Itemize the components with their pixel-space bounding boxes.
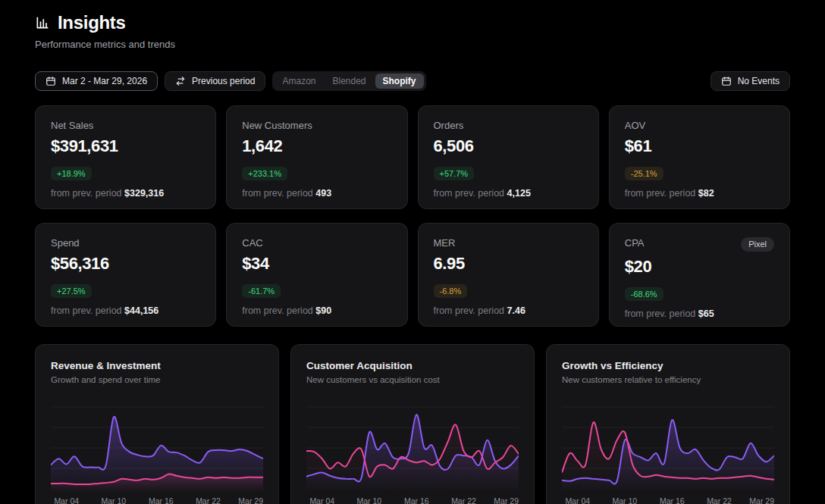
x-axis-label: Mar 10 <box>613 496 638 504</box>
chart-subtitle: New customers relative to efficiency <box>562 375 774 384</box>
change-badge: -25.1% <box>625 167 663 180</box>
metrics-grid: Net Sales $391,631 +18.9% from prev. per… <box>35 105 790 327</box>
segment-amazon[interactable]: Amazon <box>274 74 323 89</box>
channel-segmented-control: Amazon Blended Shopify <box>272 71 425 91</box>
change-badge: +233.1% <box>242 167 287 180</box>
chart-title: Revenue & Investment <box>51 360 263 371</box>
metric-value: $20 <box>625 257 774 277</box>
metric-label: Orders <box>434 120 464 131</box>
prev-value: 7.46 <box>507 305 525 316</box>
x-axis-label: Mar 22 <box>707 496 732 504</box>
segment-shopify[interactable]: Shopify <box>375 74 424 89</box>
change-badge: +18.9% <box>51 167 92 180</box>
metric-prev: from prev. period 7.46 <box>434 305 583 316</box>
change-badge: +57.7% <box>434 167 475 180</box>
no-events-button[interactable]: No Events <box>711 71 790 91</box>
chart-subtitle: New customers vs acquisition cost <box>306 375 519 384</box>
x-axis: Mar 04Mar 10Mar 16Mar 22Mar 29 <box>562 496 774 504</box>
chart-card-customer-acquisition: Customer Acquisition New customers vs ac… <box>290 344 535 504</box>
metric-value: $61 <box>625 136 774 156</box>
chart-title: Customer Acquisition <box>306 360 519 371</box>
x-axis-label: Mar 10 <box>102 496 127 504</box>
pixel-tag: Pixel <box>741 237 774 252</box>
prev-value: $82 <box>698 188 714 199</box>
page-subtitle: Performance metrics and trends <box>35 39 790 50</box>
prev-value: 4,125 <box>507 188 531 199</box>
metric-prev: from prev. period $44,156 <box>51 305 200 316</box>
page-header: Insights <box>35 12 790 33</box>
metric-card-aov: AOV $61 -25.1% from prev. period $82 <box>609 105 790 209</box>
chart-title: Growth vs Efficiency <box>562 360 774 371</box>
previous-period-button[interactable]: Previous period <box>165 71 265 91</box>
x-axis: Mar 04Mar 10Mar 16Mar 22Mar 29 <box>306 496 519 504</box>
metric-value: $34 <box>242 254 391 274</box>
metric-prev: from prev. period $65 <box>625 308 774 319</box>
x-axis-label: Mar 16 <box>404 496 429 504</box>
metric-prev: from prev. period $90 <box>242 305 391 316</box>
no-events-label: No Events <box>738 76 780 86</box>
metric-value: 1,642 <box>242 136 391 156</box>
x-axis: Mar 04Mar 10Mar 16Mar 22Mar 29 <box>51 496 263 504</box>
x-axis-label: Mar 29 <box>494 496 519 504</box>
segment-blended[interactable]: Blended <box>325 74 373 89</box>
x-axis-label: Mar 04 <box>565 496 590 504</box>
x-axis-label: Mar 04 <box>54 496 79 504</box>
x-axis-label: Mar 04 <box>309 496 334 504</box>
x-axis-label: Mar 29 <box>238 496 263 504</box>
chart-canvas <box>306 402 519 492</box>
metric-card-cac: CAC $34 -61.7% from prev. period $90 <box>226 223 407 327</box>
metric-label: CPA <box>625 237 645 249</box>
toolbar: Mar 2 - Mar 29, 2026 Previous period Ama… <box>35 71 790 91</box>
date-range-button[interactable]: Mar 2 - Mar 29, 2026 <box>35 71 158 91</box>
change-badge: +27.5% <box>51 284 92 298</box>
swap-arrows-icon <box>175 76 186 86</box>
metric-value: $56,316 <box>51 254 200 274</box>
metric-card-orders: Orders 6,506 +57.7% from prev. period 4,… <box>418 105 599 209</box>
metric-label: AOV <box>625 120 645 131</box>
metric-value: $391,631 <box>51 136 200 156</box>
metric-prev: from prev. period 493 <box>242 188 391 199</box>
metric-card-net-sales: Net Sales $391,631 +18.9% from prev. per… <box>35 105 216 209</box>
chart-canvas <box>51 402 263 492</box>
metric-prev: from prev. period 4,125 <box>434 188 583 199</box>
metric-card-mer: MER 6.95 -6.8% from prev. period 7.46 <box>418 223 599 327</box>
x-axis-label: Mar 16 <box>660 496 685 504</box>
chart-svg <box>562 402 774 492</box>
metric-prev: from prev. period $82 <box>625 188 774 199</box>
calendar-icon <box>45 76 56 86</box>
metric-label: CAC <box>242 237 262 249</box>
chart-card-growth-efficiency: Growth vs Efficiency New customers relat… <box>546 344 790 504</box>
prev-value: $65 <box>698 308 714 319</box>
prev-value: $90 <box>315 305 331 316</box>
chart-svg <box>306 402 519 492</box>
change-badge: -68.6% <box>625 287 663 301</box>
change-badge: -61.7% <box>242 284 281 298</box>
x-axis-label: Mar 10 <box>357 496 382 504</box>
metric-value: 6.95 <box>434 254 583 274</box>
chart-canvas <box>562 402 774 492</box>
chart-card-revenue-investment: Revenue & Investment Growth and spend ov… <box>35 344 279 504</box>
metric-label: New Customers <box>242 120 312 131</box>
previous-period-label: Previous period <box>192 76 255 86</box>
x-axis-label: Mar 29 <box>749 496 774 504</box>
calendar-icon <box>721 76 732 86</box>
page-title: Insights <box>58 12 126 33</box>
charts-grid: Revenue & Investment Growth and spend ov… <box>35 344 790 504</box>
x-axis-label: Mar 22 <box>451 496 476 504</box>
prev-value: 493 <box>315 188 331 199</box>
metric-card-cpa: CPAPixel $20 -68.6% from prev. period $6… <box>609 223 790 327</box>
toolbar-left: Mar 2 - Mar 29, 2026 Previous period Ama… <box>35 71 426 91</box>
change-badge: -6.8% <box>434 284 468 298</box>
chart-subtitle: Growth and spend over time <box>51 375 263 384</box>
metric-prev: from prev. period $329,316 <box>51 188 200 199</box>
chart-svg <box>51 402 263 492</box>
x-axis-label: Mar 16 <box>149 496 174 504</box>
metric-label: Net Sales <box>51 120 93 131</box>
metric-label: Spend <box>51 237 80 249</box>
metric-label: MER <box>434 237 456 249</box>
prev-value: $44,156 <box>124 305 158 316</box>
prev-value: $329,316 <box>124 188 164 199</box>
bar-chart-icon <box>35 15 50 30</box>
metric-value: 6,506 <box>434 136 583 156</box>
date-range-label: Mar 2 - Mar 29, 2026 <box>62 76 147 86</box>
